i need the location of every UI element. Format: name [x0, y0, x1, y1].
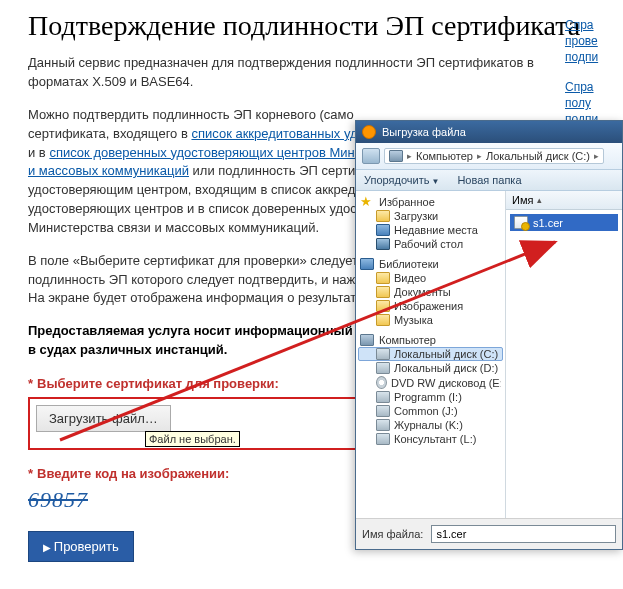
side-link[interactable]: Спра — [565, 80, 617, 94]
organize-menu[interactable]: Упорядочить▼ — [364, 174, 439, 186]
tree-recent[interactable]: Недавние места — [358, 223, 503, 237]
tree-computer[interactable]: Компьютер — [358, 333, 503, 347]
page-title: Подтверждение подлинности ЭП сертификата — [28, 10, 595, 42]
column-header[interactable]: Имя▴ — [506, 191, 622, 210]
filename-input[interactable] — [431, 525, 616, 543]
tree-drive-l[interactable]: Консультант (L:) — [358, 432, 503, 446]
file-list-panel: Имя▴ s1.cer — [506, 191, 622, 518]
dialog-title-text: Выгрузка файла — [382, 126, 466, 138]
captcha-image: 69857 — [28, 487, 88, 513]
link-trusted-centers[interactable]: список доверенных удостоверяющих центров… — [49, 145, 368, 160]
tree-drive-dvd[interactable]: DVD RW дисковод (E:) Sin — [358, 375, 503, 390]
tree-libraries[interactable]: Библиотеки — [358, 257, 503, 271]
submit-button[interactable]: Проверить — [28, 531, 134, 562]
side-link[interactable]: Спра — [565, 18, 617, 32]
tree-drive-i[interactable]: Programm (I:) — [358, 390, 503, 404]
link-masscom[interactable]: и массовых коммуникаций — [28, 163, 189, 178]
upload-file-button[interactable]: Загрузить файл… — [36, 405, 171, 432]
tree-desktop[interactable]: Рабочий стол — [358, 237, 503, 251]
upload-region: Загрузить файл… Файл не выбран. — [28, 397, 378, 450]
folder-tree[interactable]: ★Избранное Загрузки Недавние места Рабоч… — [356, 191, 506, 518]
tree-drive-d[interactable]: Локальный диск (D:) — [358, 361, 503, 375]
dialog-nav: ▸ Компьютер ▸ Локальный диск (C:) ▸ — [356, 143, 622, 170]
file-upload-dialog: Выгрузка файла ▸ Компьютер ▸ Локальный д… — [355, 120, 623, 550]
no-file-tooltip: Файл не выбран. — [145, 431, 240, 447]
certificate-icon — [514, 216, 528, 229]
intro-paragraph: Данный сервис предназначен для подтвержд… — [28, 54, 595, 92]
tree-documents[interactable]: Документы — [358, 285, 503, 299]
tree-drive-j[interactable]: Common (J:) — [358, 404, 503, 418]
side-link[interactable]: прове — [565, 34, 617, 48]
tree-favorites[interactable]: ★Избранное — [358, 195, 503, 209]
computer-icon — [389, 150, 403, 162]
tree-drive-c[interactable]: Локальный диск (C:) — [358, 347, 503, 361]
dialog-toolbar: Упорядочить▼ Новая папка — [356, 170, 622, 191]
nav-back-icon[interactable] — [362, 148, 380, 164]
tree-music[interactable]: Музыка — [358, 313, 503, 327]
tree-video[interactable]: Видео — [358, 271, 503, 285]
filename-label: Имя файла: — [362, 528, 423, 540]
breadcrumb[interactable]: ▸ Компьютер ▸ Локальный диск (C:) ▸ — [384, 148, 604, 164]
new-folder-button[interactable]: Новая папка — [457, 174, 521, 186]
dialog-titlebar[interactable]: Выгрузка файла — [356, 121, 622, 143]
tree-drive-k[interactable]: Журналы (K:) — [358, 418, 503, 432]
link-accredited[interactable]: список аккредитованных удо — [191, 126, 364, 141]
tree-images[interactable]: Изображения — [358, 299, 503, 313]
side-link[interactable]: подпи — [565, 50, 617, 64]
side-links: Спра прове подпи Спра полу подпи — [565, 18, 617, 128]
side-link[interactable]: полу — [565, 96, 617, 110]
file-item-s1cer[interactable]: s1.cer — [510, 214, 618, 231]
firefox-icon — [362, 125, 376, 139]
dialog-footer: Имя файла: — [356, 518, 622, 549]
tree-downloads[interactable]: Загрузки — [358, 209, 503, 223]
